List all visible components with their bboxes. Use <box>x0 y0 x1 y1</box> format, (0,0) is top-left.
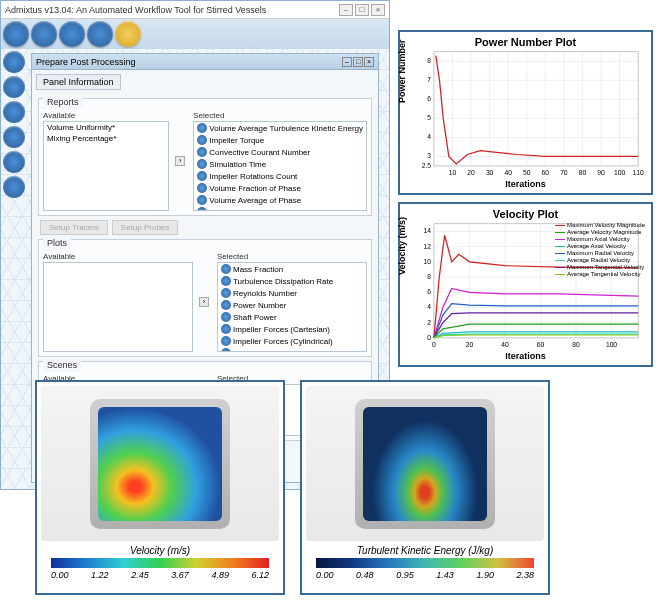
list-item[interactable]: Volume Average Turbulence Kinetic Energy <box>194 122 366 134</box>
list-item[interactable]: Simulation Time <box>194 158 366 170</box>
velocity-plot-panel: Velocity Plot Velocity (m/s) 02040608010… <box>398 202 653 367</box>
legend-item: Average Velocity Magnitude <box>555 229 645 236</box>
velocity-colorbar-ticks: 0.001.222.453.674.896.12 <box>51 570 269 580</box>
chart2-xlabel: Iterations <box>505 351 546 361</box>
setup-probes-button: Setup Probes <box>112 220 178 235</box>
list-item[interactable]: Impeller Forces (Cylindrical) <box>218 335 366 347</box>
svg-text:7: 7 <box>427 76 431 83</box>
panel-titlebar[interactable]: Prepare Post Processing – □ × <box>32 54 378 70</box>
svg-text:6: 6 <box>427 288 431 295</box>
list-item[interactable]: Maximum Velocity Magnitude <box>194 206 366 211</box>
list-item[interactable]: Mass Fraction <box>218 263 366 275</box>
plots-available-list[interactable] <box>43 262 193 352</box>
legend-item: Maximum Tangential Velocity <box>555 264 645 271</box>
toolbar-btn-3[interactable] <box>59 21 85 47</box>
reports-selected-label: Selected <box>193 111 367 120</box>
svg-text:8: 8 <box>427 273 431 280</box>
list-item[interactable]: Shaft Power <box>218 311 366 323</box>
plots-selected-label: Selected <box>217 252 367 261</box>
tke-colorbar <box>316 558 534 568</box>
move-right-button[interactable]: › <box>199 297 209 307</box>
svg-rect-0 <box>434 52 638 166</box>
list-item[interactable]: Mixing Percentage* <box>44 133 168 144</box>
panel-information-button[interactable]: Panel Information <box>36 74 121 90</box>
tke-scene-panel: Turbulent Kinetic Energy (J/kg) 0.000.48… <box>300 380 550 595</box>
side-btn-2[interactable] <box>3 76 25 98</box>
report-icon <box>197 147 207 157</box>
plots-selected-list[interactable]: Mass FractionTurbulence Dissipation Rate… <box>217 262 367 352</box>
svg-text:110: 110 <box>633 169 644 176</box>
side-btn-3[interactable] <box>3 101 25 123</box>
side-btn-5[interactable] <box>3 151 25 173</box>
panel-min-icon[interactable]: – <box>342 57 352 67</box>
toolbar-btn-4[interactable] <box>87 21 113 47</box>
svg-text:10: 10 <box>424 258 432 265</box>
toolbar-btn-5[interactable] <box>115 21 141 47</box>
svg-text:20: 20 <box>466 341 474 348</box>
reports-label: Reports <box>43 95 83 109</box>
list-item[interactable]: Molar Concentration <box>218 347 366 352</box>
report-icon <box>197 123 207 133</box>
report-icon <box>221 312 231 322</box>
svg-text:90: 90 <box>597 169 605 176</box>
velocity-legend: Maximum Velocity MagnitudeAverage Veloci… <box>555 222 645 278</box>
list-item[interactable]: Power Number <box>218 299 366 311</box>
scenes-label: Scenes <box>43 358 81 372</box>
chart1-xlabel: Iterations <box>505 179 546 189</box>
reports-available-list[interactable]: Volume Uniformity*Mixing Percentage* <box>43 121 169 211</box>
reports-selected-list[interactable]: Volume Average Turbulence Kinetic Energy… <box>193 121 367 211</box>
toolbar-btn-1[interactable] <box>3 21 29 47</box>
list-item[interactable]: Reynolds Number <box>218 287 366 299</box>
tke-colorbar-ticks: 0.000.480.951.431.902.38 <box>316 570 534 580</box>
minimize-button[interactable]: – <box>339 4 353 16</box>
velocity-colorbar <box>51 558 269 568</box>
velocity-scene-panel: Velocity (m/s) 0.001.222.453.674.896.12 <box>35 380 285 595</box>
svg-text:80: 80 <box>572 341 580 348</box>
svg-text:100: 100 <box>614 169 625 176</box>
velocity-colorbar-label: Velocity (m/s) <box>41 545 279 556</box>
side-btn-4[interactable] <box>3 126 25 148</box>
list-item[interactable]: Volume Average of Phase <box>194 194 366 206</box>
toolbar-btn-2[interactable] <box>31 21 57 47</box>
tke-scene-image <box>306 386 544 541</box>
legend-item: Maximum Velocity Magnitude <box>555 222 645 229</box>
plots-label: Plots <box>43 236 71 250</box>
chart1-ylabel: Power Number <box>397 39 407 103</box>
list-item[interactable]: Impeller Forces (Cartesian) <box>218 323 366 335</box>
plots-available-label: Available <box>43 252 193 261</box>
chart2-ylabel: Velocity (m/s) <box>397 216 407 274</box>
svg-text:2: 2 <box>427 319 431 326</box>
list-item[interactable]: Volume Uniformity* <box>44 122 168 133</box>
report-icon <box>197 159 207 169</box>
list-item[interactable]: Convective Courant Number <box>194 146 366 158</box>
report-icon <box>197 183 207 193</box>
list-item[interactable]: Impeller Torque <box>194 134 366 146</box>
setup-tracers-button: Setup Tracers <box>40 220 108 235</box>
main-toolbar <box>1 19 389 49</box>
chart1-title: Power Number Plot <box>404 36 647 48</box>
report-icon <box>221 288 231 298</box>
svg-text:5: 5 <box>427 114 431 121</box>
report-icon <box>221 324 231 334</box>
move-right-button[interactable]: › <box>175 156 185 166</box>
list-item[interactable]: Impeller Rotations Count <box>194 170 366 182</box>
svg-text:40: 40 <box>501 341 509 348</box>
side-btn-6[interactable] <box>3 176 25 198</box>
list-item[interactable]: Turbulence Dissipation Rate <box>218 275 366 287</box>
svg-text:30: 30 <box>486 169 494 176</box>
side-btn-1[interactable] <box>3 51 25 73</box>
reports-section: Reports Available Volume Uniformity*Mixi… <box>38 98 372 216</box>
svg-text:4: 4 <box>427 133 431 140</box>
panel-close-icon[interactable]: × <box>364 57 374 67</box>
side-toolbar <box>3 51 27 198</box>
svg-text:3: 3 <box>427 152 431 159</box>
svg-text:60: 60 <box>537 341 545 348</box>
maximize-button[interactable]: □ <box>355 4 369 16</box>
tke-colorbar-label: Turbulent Kinetic Energy (J/kg) <box>306 545 544 556</box>
legend-item: Maximum Axial Velocity <box>555 236 645 243</box>
report-icon <box>197 171 207 181</box>
panel-max-icon[interactable]: □ <box>353 57 363 67</box>
close-button[interactable]: × <box>371 4 385 16</box>
list-item[interactable]: Volume Fraction of Phase <box>194 182 366 194</box>
window-titlebar[interactable]: Admixtus v13.04: An Automated Workflow T… <box>1 1 389 19</box>
